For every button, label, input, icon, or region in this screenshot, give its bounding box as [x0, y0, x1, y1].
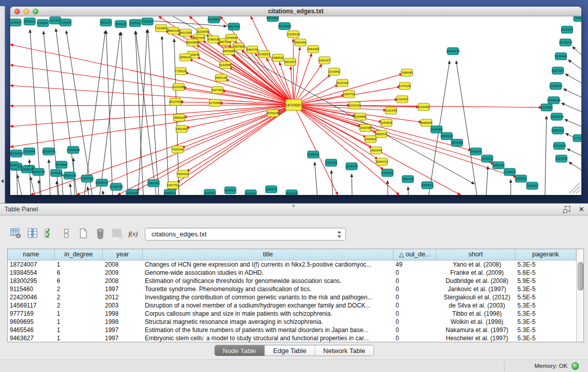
graph-node[interactable]: 716344 [60, 19, 71, 26]
graph-node[interactable]: 12093872 [549, 82, 563, 90]
graph-node[interactable]: 2803144 [215, 74, 227, 81]
graph-node[interactable]: 12942757 [32, 168, 46, 176]
clear-selection-button[interactable] [59, 227, 74, 241]
graph-node[interactable]: 7602544 [171, 146, 184, 153]
column-header-out_de[interactable]: △ out_de... [394, 249, 437, 260]
graph-node[interactable]: 989034 [180, 54, 191, 61]
network-graph-canvas[interactable]: 7163822886012889129342322605898275091654… [10, 16, 581, 195]
graph-node[interactable]: 16033809 [207, 16, 221, 23]
graph-node[interactable]: 239934 [37, 19, 49, 27]
graph-node[interactable]: 15892971 [551, 127, 565, 134]
graph-node[interactable]: 1862345 [402, 176, 414, 183]
tab-node-table[interactable]: Node Table [214, 345, 265, 356]
graph-node[interactable]: 168432 [515, 175, 527, 182]
table-row[interactable]: 977716911998Corpus callosum shape and si… [8, 310, 576, 318]
table-settings-button[interactable] [8, 227, 24, 241]
graph-node[interactable]: 18724007 [285, 99, 302, 111]
graph-node[interactable]: 961123 [100, 19, 112, 26]
graph-node[interactable]: 168753 [204, 189, 215, 195]
graph-node[interactable]: 51984 [574, 16, 581, 21]
table-vertical-scrollbar[interactable] [576, 249, 583, 342]
graph-node[interactable]: 306314 [266, 186, 277, 193]
graph-node[interactable]: 18300295 [266, 110, 280, 117]
function-builder-button[interactable]: f(x) [126, 227, 142, 241]
graph-node[interactable]: 12325419 [287, 31, 300, 38]
graph-node[interactable]: 104554 [10, 19, 21, 26]
graph-node[interactable]: 1519344 [23, 148, 35, 155]
graph-node[interactable]: 986934 [173, 114, 185, 121]
graph-node[interactable]: 8186328 [207, 36, 220, 43]
table-row[interactable]: 946554611997Estimation of the future num… [8, 326, 576, 334]
graph-node[interactable]: 6822057 [284, 58, 296, 65]
graph-node[interactable]: 15751074 [559, 39, 573, 46]
graph-node[interactable]: 17957223 [80, 175, 94, 182]
graph-node[interactable]: 18107554 [169, 98, 183, 105]
graph-node[interactable]: 12923446 [125, 189, 139, 195]
graph-node[interactable]: 1667529 [325, 159, 337, 166]
graph-node[interactable]: 1575107 [561, 26, 573, 33]
graph-node[interactable]: 945034 [470, 148, 482, 155]
network-window[interactable]: citations_edges.txt 71638228860128891293… [10, 7, 581, 195]
splitter-handle[interactable] [292, 205, 295, 207]
graph-node[interactable]: 8813054 [267, 16, 279, 21]
table-row[interactable]: 2242004622012Investigating the contribut… [8, 293, 576, 301]
graph-node[interactable]: 17359924 [67, 146, 80, 154]
graph-node[interactable]: 8216118 [337, 79, 349, 86]
table-row[interactable]: 911546021997Tourette syndrome. Phenomeno… [8, 285, 576, 293]
graph-node[interactable]: 102601 [245, 190, 256, 195]
graph-node[interactable]: 1678275 [345, 163, 358, 170]
column-header-in_degree[interactable]: in_degree [55, 249, 103, 260]
graph-node[interactable]: 16210643 [550, 113, 564, 120]
float-panel-icon[interactable] [563, 206, 571, 213]
graph-node[interactable]: 9450513 [421, 182, 433, 189]
graph-node[interactable]: 1064750 [343, 91, 355, 98]
graph-node[interactable]: 152760 [142, 18, 153, 25]
graph-node[interactable]: 160212 [482, 155, 493, 162]
graph-node[interactable]: 9546213 [376, 158, 388, 165]
graph-node[interactable]: 12444194 [547, 97, 561, 104]
graph-node[interactable]: 7825413 [177, 170, 189, 178]
graph-node[interactable]: 951623 [286, 190, 297, 195]
column-chooser-button[interactable] [25, 227, 40, 241]
graph-node[interactable]: 9975887 [55, 161, 68, 168]
close-panel-icon[interactable]: ✕ [577, 205, 585, 214]
network-window-titlebar[interactable]: citations_edges.txt [10, 7, 581, 16]
graph-node[interactable]: 806124 [115, 20, 126, 28]
graph-node[interactable]: 2718126 [175, 68, 187, 75]
graph-node[interactable]: 9875685 [223, 48, 235, 55]
graph-node[interactable]: 1154698 [355, 113, 367, 120]
graph-node[interactable]: 8996534 [375, 130, 387, 138]
select-all-button[interactable] [42, 227, 57, 241]
graph-node[interactable]: 9242848 [219, 61, 231, 69]
graph-node[interactable]: 1549788 [359, 124, 372, 132]
graph-node[interactable]: 1021645 [385, 107, 397, 114]
tab-network-table[interactable]: Network Table [315, 345, 374, 356]
graph-node[interactable]: 945052 [225, 187, 236, 194]
column-header-pagerank[interactable]: pagerank [515, 249, 576, 260]
graph-node[interactable]: 9215953 [540, 104, 553, 111]
graph-node[interactable]: 9146821 [258, 51, 270, 58]
graph-node[interactable]: 105532 [129, 19, 141, 27]
graph-node[interactable]: 16648794 [446, 48, 460, 55]
graph-node[interactable]: 945134 [493, 162, 504, 169]
graph-node[interactable]: 1170064 [209, 99, 222, 106]
table-row[interactable]: 1872400712008Changes of HCN gene express… [8, 260, 576, 269]
scrollbar-thumb[interactable] [578, 262, 583, 291]
graph-node[interactable]: 445081 [10, 162, 18, 169]
graph-node[interactable]: 8912934 [180, 29, 192, 36]
table-row[interactable]: 1938455462009Genome-wide association stu… [8, 269, 576, 277]
graph-node[interactable]: 1016842 [328, 68, 340, 75]
table-row[interactable]: 969969511998Structural magnetic resonanc… [8, 318, 576, 326]
graph-node[interactable]: 9450512 [164, 189, 176, 195]
graph-node[interactable]: 9115460 [418, 103, 430, 111]
graph-node[interactable]: 8860128 [167, 27, 180, 34]
column-header-name[interactable]: name [8, 249, 55, 260]
graph-node[interactable]: 8175105 [399, 82, 411, 90]
graph-node[interactable]: 17016504 [553, 142, 567, 149]
graph-node[interactable]: 1564093 [307, 46, 319, 53]
graph-node[interactable]: 1699624 [364, 136, 377, 143]
table-row[interactable]: 946362711997Embryonic stem cells: a mode… [8, 334, 576, 342]
graph-node[interactable]: 1292344 [381, 169, 394, 177]
graph-node[interactable]: 154668 [226, 34, 237, 41]
graph-node[interactable]: 1160427 [319, 57, 331, 64]
